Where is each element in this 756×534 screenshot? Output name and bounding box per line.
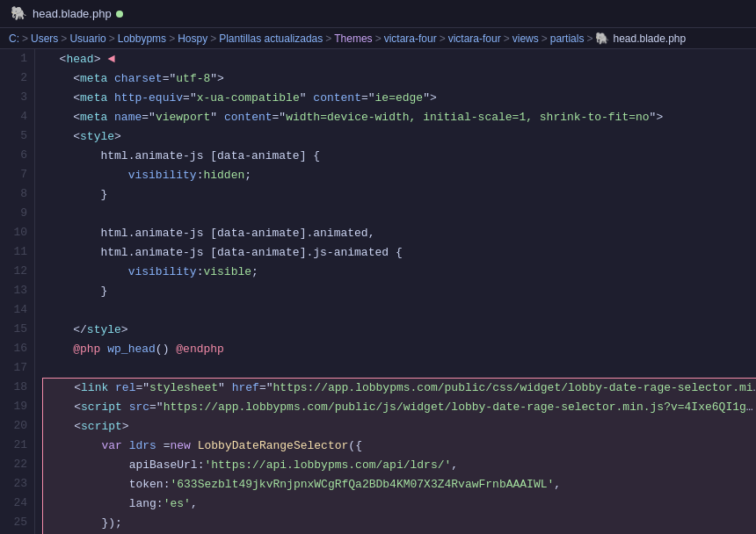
code-line-16: @php wp_head() @endphp (46, 339, 756, 358)
ln-14: 14 (7, 300, 27, 320)
ln-2: 2 (7, 69, 27, 88)
ln-12: 12 (7, 262, 27, 281)
ln-7: 7 (7, 165, 27, 184)
title-bar: 🐘 head.blade.php (0, 0, 756, 28)
code-line-7: visibility: hidden; (46, 165, 756, 184)
ln-10: 10 (7, 223, 27, 242)
ln-19: 19 (7, 397, 27, 416)
code-line-20: <script> (42, 416, 756, 436)
code-line-8: } (46, 184, 756, 204)
ln-17: 17 (7, 358, 27, 378)
ln-16: 16 (7, 339, 27, 358)
ln-13: 13 (7, 281, 27, 300)
ln-24: 24 (7, 494, 27, 513)
code-line-3: <meta http-equiv="x-ua-compatible" conte… (46, 88, 756, 107)
modified-dot (116, 11, 123, 18)
ln-15: 15 (7, 320, 27, 339)
code-line-4: <meta name="viewport" content="width=dev… (46, 107, 756, 126)
code-area[interactable]: <head> ◄ <meta charset="utf-8"> <meta ht… (35, 49, 756, 534)
code-line-9 (46, 204, 756, 223)
breadcrumb-filename: head.blade.php (613, 32, 686, 45)
breadcrumb-hospy: Hospy (178, 32, 207, 45)
ln-1: 1 (7, 49, 27, 69)
arrow-indicator: ◄ (107, 52, 114, 66)
line-numbers: 1 2 3 4 5 6 7 8 9 10 11 12 13 14 15 16 1… (0, 49, 35, 534)
ln-22: 22 (7, 455, 27, 474)
ln-23: 23 (7, 474, 27, 494)
ln-9: 9 (7, 204, 27, 223)
ln-8: 8 (7, 184, 27, 204)
breadcrumb-c: C: (9, 32, 19, 45)
code-line-5: <style> (46, 126, 756, 146)
breadcrumb: C: > Users > Usuario > Lobbypms > Hospy … (0, 28, 756, 49)
ln-21: 21 (7, 436, 27, 455)
code-line-24: lang: 'es', (42, 494, 756, 513)
ln-20: 20 (7, 416, 27, 436)
breadcrumb-themes: Themes (334, 32, 372, 45)
code-line-17 (46, 358, 756, 378)
code-line-23: token: '633Sezblt49jkvRnjpnxWCgRfQa2BDb4… (42, 474, 756, 494)
filename: head.blade.php (33, 7, 112, 20)
code-line-1: <head> ◄ (46, 49, 756, 69)
ln-18: 18 (7, 378, 27, 397)
code-line-25: }); (42, 513, 756, 532)
code-line-14 (46, 300, 756, 320)
code-line-12: visibility: visible; (46, 262, 756, 281)
breadcrumb-users: Users (31, 32, 58, 45)
breadcrumb-plantillas: Plantillas actualizadas (219, 32, 323, 45)
ln-4: 4 (7, 107, 27, 126)
breadcrumb-lobbypms: Lobbypms (118, 32, 166, 45)
file-icon: 🐘 (11, 5, 27, 22)
ln-25: 25 (7, 513, 27, 532)
code-line-21: var ldrs = new LobbyDateRangeSelector({ (42, 436, 756, 455)
ln-3: 3 (7, 88, 27, 107)
breadcrumb-partials: partials (550, 32, 585, 45)
code-line-10: html.animate-js [data-animate].animated, (46, 223, 756, 242)
code-line-22: apiBaseUrl: 'https://api.lobbypms.com/ap… (42, 455, 756, 474)
ln-5: 5 (7, 126, 27, 146)
breadcrumb-usuario: Usuario (69, 32, 105, 45)
code-line-15: </style> (46, 320, 756, 339)
editor: 1 2 3 4 5 6 7 8 9 10 11 12 13 14 15 16 1… (0, 49, 756, 534)
breadcrumb-elephant-icon: 🐘 (595, 32, 609, 45)
code-line-11: html.animate-js [data-animate].js-animat… (46, 242, 756, 262)
breadcrumb-victara1: victara-four (384, 32, 437, 45)
breadcrumb-victara2: victara-four (448, 32, 501, 45)
code-line-19: <script src="https://app.lobbypms.com/pu… (42, 397, 756, 416)
code-line-13: } (46, 281, 756, 300)
code-line-6: html.animate-js [data-animate] { (46, 146, 756, 165)
ln-11: 11 (7, 242, 27, 262)
code-line-18: <link rel="stylesheet" href="https://app… (42, 378, 756, 397)
ln-6: 6 (7, 146, 27, 165)
code-line-2: <meta charset="utf-8"> (46, 69, 756, 88)
breadcrumb-views: views (512, 32, 539, 45)
